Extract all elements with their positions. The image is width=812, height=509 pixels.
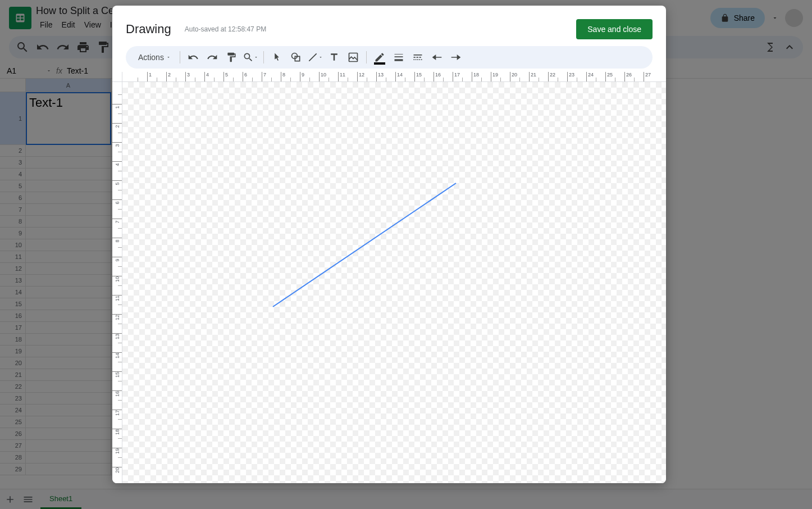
- svg-rect-9: [416, 57, 418, 58]
- drawing-dialog: Drawing Auto-saved at 12:58:47 PM Save a…: [112, 6, 666, 483]
- drawn-line-shape[interactable]: [122, 82, 666, 483]
- save-and-close-button[interactable]: Save and close: [576, 19, 653, 39]
- image-tool[interactable]: [345, 49, 362, 66]
- paint-format-button[interactable]: [223, 49, 240, 66]
- svg-rect-7: [413, 54, 422, 56]
- svg-rect-8: [413, 57, 415, 58]
- dropdown-icon: [318, 55, 323, 60]
- ruler-corner: [112, 72, 122, 82]
- line-tool[interactable]: [307, 49, 323, 66]
- textbox-tool[interactable]: [326, 49, 343, 66]
- line-end-button[interactable]: [448, 49, 464, 66]
- select-tool[interactable]: [268, 49, 285, 66]
- svg-rect-14: [419, 59, 420, 60]
- svg-line-2: [309, 53, 316, 61]
- dropdown-icon: [254, 55, 258, 60]
- line-start-button[interactable]: [428, 49, 445, 66]
- redo-button[interactable]: [204, 49, 221, 66]
- svg-rect-6: [394, 59, 403, 61]
- svg-rect-13: [417, 59, 418, 60]
- svg-line-18: [273, 183, 456, 307]
- horizontal-ruler[interactable]: 1234567891011121314151617181920212223242…: [122, 72, 666, 82]
- undo-button[interactable]: [185, 49, 202, 66]
- drawing-canvas[interactable]: [122, 82, 666, 483]
- autosave-status: Auto-saved at 12:58:47 PM: [185, 25, 577, 33]
- vertical-ruler[interactable]: 1234567891011121314151617181920: [112, 82, 122, 483]
- dialog-title: Drawing: [126, 22, 171, 37]
- zoom-button[interactable]: [242, 49, 259, 66]
- line-dash-button[interactable]: [409, 49, 426, 66]
- svg-rect-15: [421, 59, 422, 60]
- svg-rect-10: [419, 57, 421, 58]
- svg-rect-5: [394, 56, 403, 57]
- drawing-toolbar: Actions: [126, 46, 653, 69]
- svg-rect-12: [416, 59, 417, 60]
- shape-tool[interactable]: [288, 49, 304, 66]
- line-weight-button[interactable]: [390, 49, 407, 66]
- svg-rect-4: [394, 54, 403, 54]
- dropdown-icon: [166, 55, 171, 60]
- actions-menu[interactable]: Actions: [134, 49, 175, 65]
- svg-rect-11: [413, 59, 414, 60]
- line-color-button[interactable]: [371, 49, 388, 66]
